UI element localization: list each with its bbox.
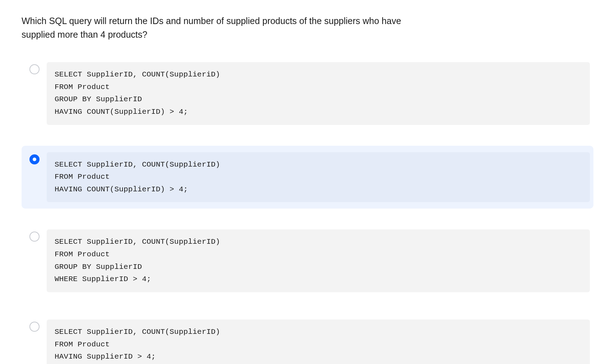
- code-block-0: SELECT SupplierID, COUNT(SupplieriD) FRO…: [47, 62, 590, 125]
- code-block-1: SELECT SupplierID, COUNT(SupplierID) FRO…: [47, 152, 590, 202]
- radio-option-1[interactable]: [29, 154, 40, 164]
- option-row-3[interactable]: SELECT SupplierID, COUNT(SupplierID) FRO…: [22, 313, 593, 364]
- question-text: Which SQL query will return the IDs and …: [22, 14, 410, 41]
- radio-option-2[interactable]: [29, 232, 40, 242]
- option-row-2[interactable]: SELECT SupplierID, COUNT(SupplierID) FRO…: [22, 223, 593, 299]
- radio-option-0[interactable]: [29, 64, 40, 74]
- code-block-2: SELECT SupplierID, COUNT(SupplierID) FRO…: [47, 229, 590, 292]
- code-block-3: SELECT SupplierID, COUNT(SupplierID) FRO…: [47, 319, 590, 364]
- options-list: SELECT SupplierID, COUNT(SupplieriD) FRO…: [22, 56, 593, 364]
- option-row-0[interactable]: SELECT SupplierID, COUNT(SupplieriD) FRO…: [22, 56, 593, 131]
- option-row-1[interactable]: SELECT SupplierID, COUNT(SupplierID) FRO…: [22, 146, 593, 209]
- radio-option-3[interactable]: [29, 322, 40, 332]
